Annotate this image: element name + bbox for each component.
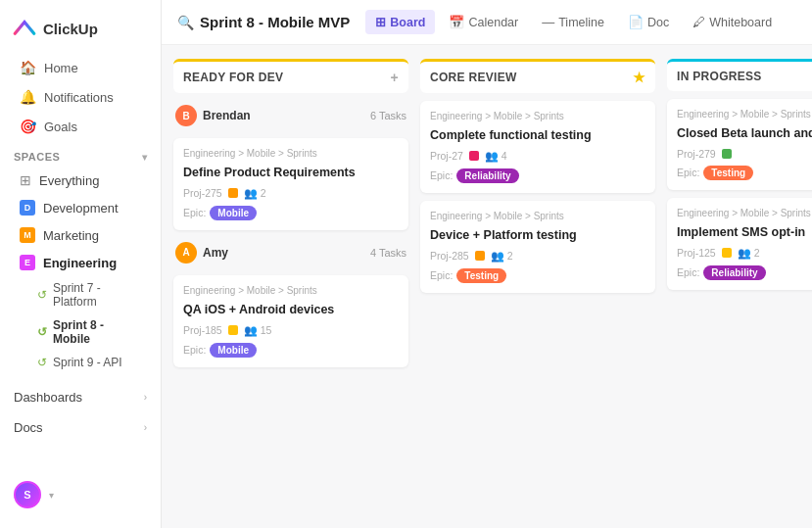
tab-board-label: Board bbox=[390, 16, 425, 29]
epic-label-static: Epic: bbox=[430, 269, 453, 281]
members-icon: 👥 bbox=[491, 250, 504, 263]
development-dot: D bbox=[20, 200, 35, 216]
dashboards-label: Dashboards bbox=[14, 390, 82, 405]
column-title-inprogress: IN PROGRESS bbox=[677, 70, 762, 83]
card-epic-row: Epic: Reliability bbox=[677, 265, 812, 280]
sidebar-item-everything[interactable]: ⊞ Everything bbox=[6, 167, 155, 194]
logo: ClickUp bbox=[0, 10, 161, 53]
star-icon[interactable]: ★ bbox=[633, 70, 645, 85]
sprint-icon: ↺ bbox=[37, 288, 47, 302]
sidebar-item-home[interactable]: 🏠 Home bbox=[6, 53, 155, 82]
chevron-down-icon[interactable]: ▾ bbox=[142, 152, 148, 163]
flag-icon bbox=[722, 248, 732, 258]
sprint7-label: Sprint 7 - Platform bbox=[53, 281, 141, 309]
docs-label: Docs bbox=[14, 420, 43, 435]
spaces-label: Spaces bbox=[14, 151, 60, 163]
column-header-inprogress: IN PROGRESS bbox=[667, 59, 812, 91]
task-card[interactable]: Engineering > Mobile > Sprints Closed Be… bbox=[667, 99, 812, 190]
sidebar-item-engineering[interactable]: E Engineering bbox=[6, 249, 155, 276]
members-count: 👥 2 bbox=[491, 250, 513, 263]
card-epic-row: Epic: Mobile bbox=[183, 206, 399, 220]
tab-calendar-label: Calendar bbox=[468, 16, 518, 29]
task-card[interactable]: Engineering > Mobile > Sprints QA iOS + … bbox=[173, 275, 408, 367]
tab-whiteboard[interactable]: 🖊 Whiteboard bbox=[683, 10, 782, 34]
avatar: S bbox=[14, 481, 41, 508]
card-title: Define Product Requirements bbox=[183, 165, 399, 181]
card-title: Closed Beta launch and feedback bbox=[677, 125, 812, 142]
board-area: READY FOR DEV + B Brendan 6 Tasks Engine… bbox=[162, 45, 812, 528]
card-epic-row: Epic: Testing bbox=[430, 268, 645, 283]
sidebar-item-development[interactable]: D Development bbox=[6, 194, 155, 221]
members-count: 👥 4 bbox=[485, 150, 507, 163]
members-count: 👥 2 bbox=[244, 187, 266, 200]
card-title: Implement SMS opt-in bbox=[677, 224, 812, 241]
task-card[interactable]: Engineering > Mobile > Sprints Implement… bbox=[667, 198, 812, 290]
epic-label-static: Epic: bbox=[677, 266, 699, 278]
everything-label: Everything bbox=[39, 173, 99, 188]
card-meta: Proj-279 bbox=[677, 148, 812, 160]
home-label: Home bbox=[44, 61, 78, 75]
add-card-button[interactable]: + bbox=[391, 70, 399, 85]
sprint-icon: ↺ bbox=[37, 356, 47, 369]
sidebar-item-docs[interactable]: Docs › bbox=[0, 412, 161, 443]
card-epic-row: Epic: Testing bbox=[677, 166, 812, 180]
tab-calendar[interactable]: 📅 Calendar bbox=[439, 10, 528, 34]
marketing-dot: M bbox=[20, 227, 35, 243]
members-icon: 👥 bbox=[244, 187, 258, 200]
sidebar-item-marketing[interactable]: M Marketing bbox=[6, 221, 155, 249]
goals-icon: 🎯 bbox=[20, 119, 36, 134]
logo-text: ClickUp bbox=[43, 21, 98, 37]
sprint-title-area: 🔍 Sprint 8 - Mobile MVP bbox=[177, 14, 350, 30]
members-count: 👥 2 bbox=[738, 247, 760, 260]
proj-id: Proj-279 bbox=[677, 148, 716, 160]
epic-badge: Reliability bbox=[456, 168, 518, 183]
user-profile[interactable]: S ▾ bbox=[0, 471, 161, 518]
engineering-dot: E bbox=[20, 255, 35, 270]
task-card[interactable]: Engineering > Mobile > Sprints Complete … bbox=[420, 101, 655, 193]
tab-board[interactable]: ⊞ Board bbox=[365, 10, 435, 34]
column-header-ready: READY FOR DEV + bbox=[173, 59, 408, 93]
sprint9-label: Sprint 9 - API bbox=[53, 356, 122, 369]
whiteboard-icon: 🖊 bbox=[693, 15, 705, 29]
assignee-row-amy: A Amy 4 Tasks bbox=[173, 238, 408, 267]
chevron-right-icon: › bbox=[144, 422, 147, 433]
epic-label-static: Epic: bbox=[677, 167, 699, 178]
members-icon: 👥 bbox=[738, 247, 751, 260]
tab-whiteboard-label: Whiteboard bbox=[709, 16, 772, 29]
sidebar-item-sprint8[interactable]: ↺ Sprint 8 - Mobile bbox=[6, 313, 155, 351]
task-card[interactable]: Engineering > Mobile > Sprints Define Pr… bbox=[173, 138, 408, 230]
tab-doc-label: Doc bbox=[647, 16, 669, 29]
proj-id: Proj-27 bbox=[430, 150, 463, 162]
card-title: Device + Platform testing bbox=[430, 227, 645, 244]
epic-label-static: Epic: bbox=[183, 344, 206, 356]
sidebar-item-sprint9[interactable]: ↺ Sprint 9 - API bbox=[6, 351, 155, 374]
epic-label-static: Epic: bbox=[183, 207, 206, 218]
sidebar-item-dashboards[interactable]: Dashboards › bbox=[0, 382, 161, 412]
development-label: Development bbox=[43, 201, 119, 216]
flag-icon bbox=[475, 251, 485, 261]
sidebar-item-goals[interactable]: 🎯 Goals bbox=[6, 112, 155, 141]
assignee-info: B Brendan bbox=[175, 105, 251, 126]
column-in-progress: IN PROGRESS Engineering > Mobile > Sprin… bbox=[667, 59, 812, 514]
sprint-icon: ↺ bbox=[37, 325, 47, 339]
sidebar-item-sprint7[interactable]: ↺ Sprint 7 - Platform bbox=[6, 276, 155, 313]
epic-badge: Testing bbox=[456, 268, 506, 283]
epic-badge: Mobile bbox=[210, 206, 257, 220]
epic-badge: Mobile bbox=[210, 343, 257, 358]
task-card[interactable]: Engineering > Mobile > Sprints Device + … bbox=[420, 201, 655, 293]
chevron-right-icon: › bbox=[144, 392, 147, 403]
assignee-name-brendan: Brendan bbox=[203, 109, 251, 122]
tab-timeline[interactable]: — Timeline bbox=[532, 10, 614, 34]
spaces-section-header: Spaces ▾ bbox=[0, 141, 161, 167]
sidebar-item-notifications[interactable]: 🔔 Notifications bbox=[6, 82, 155, 112]
notifications-label: Notifications bbox=[44, 90, 114, 105]
task-count-amy: 4 Tasks bbox=[370, 247, 406, 259]
column-core-review: CORE REVIEW ★ Engineering > Mobile > Spr… bbox=[420, 59, 655, 514]
card-title: Complete functional testing bbox=[430, 127, 645, 144]
epic-badge: Testing bbox=[703, 166, 753, 180]
proj-id: Proj-285 bbox=[430, 250, 469, 262]
members-count: 👥 15 bbox=[244, 324, 272, 337]
assignee-name-amy: Amy bbox=[203, 246, 228, 260]
tab-doc[interactable]: 📄 Doc bbox=[618, 10, 679, 34]
card-meta: Proj-285 👥 2 bbox=[430, 250, 645, 263]
